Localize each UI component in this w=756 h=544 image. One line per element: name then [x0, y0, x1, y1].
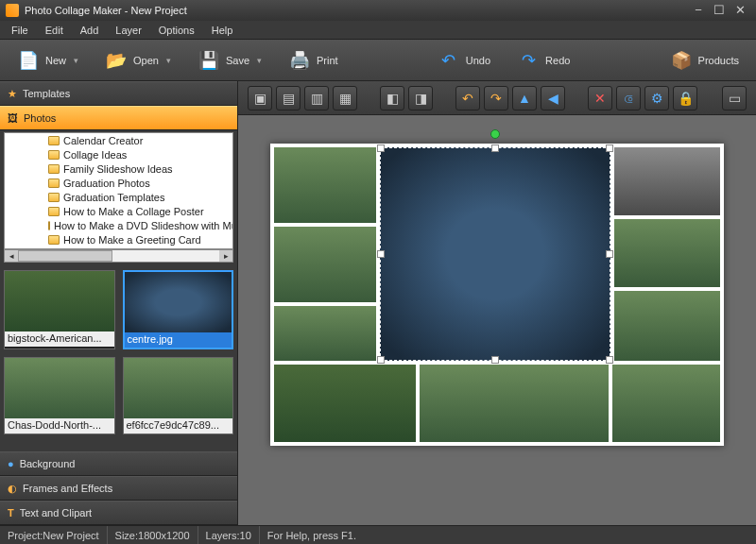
tree-label: Family Slideshow Ideas: [63, 163, 173, 175]
tree-item[interactable]: Graduation Photos: [5, 176, 232, 190]
canvas-viewport[interactable]: [238, 115, 756, 525]
accordion-frames[interactable]: ◐Frames and Effects: [0, 476, 237, 501]
collage-page[interactable]: [270, 144, 724, 446]
collage-tile[interactable]: [274, 147, 376, 223]
collage-tile[interactable]: [614, 291, 720, 361]
thumbnail[interactable]: Chas-Dodd-North-...: [4, 357, 115, 434]
chevron-down-icon: ▾: [166, 56, 171, 65]
printer-icon: 🖨️: [288, 49, 311, 72]
lock-button[interactable]: 🔒: [673, 86, 697, 110]
collage-tile[interactable]: [614, 147, 720, 215]
thumbnail[interactable]: centre.jpg: [123, 270, 234, 349]
flip-vertical-button[interactable]: ◀: [541, 86, 565, 110]
menu-options[interactable]: Options: [151, 23, 202, 38]
thumbnail-image: [5, 271, 114, 332]
tree-item[interactable]: How to Make a DVD Slideshow with Music: [5, 218, 232, 232]
collage-tile[interactable]: [274, 227, 376, 302]
folder-tree[interactable]: Calendar CreatorCollage IdeasFamily Slid…: [4, 132, 233, 249]
collage-tile[interactable]: [612, 365, 720, 442]
statusbar: Project:New Project Size:1800x1200 Layer…: [0, 525, 756, 544]
close-button[interactable]: ✕: [730, 0, 750, 21]
scroll-right-button[interactable]: ▸: [219, 250, 232, 262]
status-project: Project:New Project: [0, 526, 108, 544]
new-label: New: [45, 55, 66, 66]
undo-button[interactable]: ↶Undo: [428, 45, 500, 76]
align-left-button[interactable]: ◧: [380, 86, 404, 110]
tree-label: Graduation Photos: [63, 178, 150, 189]
open-button[interactable]: 📂Open▾: [95, 45, 180, 76]
folder-open-icon: 📂: [105, 49, 128, 72]
tree-item[interactable]: Graduation Templates: [5, 190, 232, 204]
rotate-handle[interactable]: [490, 129, 500, 139]
maximize-button[interactable]: ☐: [709, 0, 730, 21]
thumbnail-image: [125, 272, 232, 332]
thumbnail-caption: Chas-Dodd-North-...: [5, 418, 114, 434]
flip-horizontal-button[interactable]: ▲: [512, 86, 537, 110]
horizontal-scrollbar[interactable]: ◂ ▸: [4, 249, 233, 263]
bring-forward-button[interactable]: ▤: [276, 86, 301, 110]
accordion-background[interactable]: ●Background: [0, 451, 237, 476]
crop-button[interactable]: ⟃: [616, 86, 641, 110]
tree-item[interactable]: Calendar Creator: [5, 133, 232, 147]
products-button[interactable]: 📦Products: [661, 45, 748, 76]
accordion-templates[interactable]: ★Templates: [0, 81, 237, 106]
accordion-label: Photos: [24, 112, 56, 124]
photo-icon: 🖼: [8, 112, 18, 124]
collage-tile[interactable]: [420, 365, 609, 442]
bring-front-button[interactable]: ▣: [248, 86, 272, 110]
align-right-button[interactable]: ◨: [408, 86, 433, 110]
undo-label: Undo: [466, 55, 490, 66]
scroll-thumb[interactable]: [18, 250, 112, 262]
rotate-left-button[interactable]: ↶: [455, 86, 480, 110]
accordion-text[interactable]: TText and Clipart: [0, 501, 237, 525]
accordion-label: Background: [20, 458, 76, 469]
accordion-label: Frames and Effects: [23, 483, 112, 494]
send-back-button[interactable]: ▦: [333, 86, 357, 110]
window-title: Photo Collage Maker - New Project: [25, 5, 688, 16]
send-backward-button[interactable]: ▥: [304, 86, 329, 110]
collage-tile[interactable]: [380, 147, 610, 361]
collage-tile[interactable]: [274, 306, 376, 361]
tree-item[interactable]: How to Make a Greeting Card: [5, 232, 232, 246]
tree-label: Calendar Creator: [63, 135, 143, 146]
titlebar: Photo Collage Maker - New Project − ☐ ✕: [0, 0, 756, 21]
new-button[interactable]: 📄New▾: [8, 45, 88, 76]
tree-label: Graduation Templates: [63, 192, 164, 203]
undo-icon: ↶: [438, 49, 460, 72]
menu-help[interactable]: Help: [204, 23, 241, 38]
status-layers: Layers:10: [198, 526, 260, 544]
thumbnail-grid: bigstock-American...centre.jpgChas-Dodd-…: [0, 266, 237, 451]
text-icon: T: [8, 507, 14, 518]
redo-button[interactable]: ↷Redo: [507, 45, 579, 76]
minimize-button[interactable]: −: [688, 0, 709, 21]
thumbnail[interactable]: bigstock-American...: [4, 270, 115, 349]
menu-layer[interactable]: Layer: [108, 23, 149, 38]
tree-item[interactable]: Collage Ideas: [5, 147, 232, 162]
star-icon: ★: [8, 88, 17, 100]
menu-add[interactable]: Add: [73, 23, 107, 38]
tree-item[interactable]: How to Make a Collage Poster: [5, 204, 232, 218]
accordion-photos[interactable]: 🖼Photos: [0, 106, 237, 130]
collage-tile[interactable]: [614, 219, 720, 287]
save-button[interactable]: 💾Save▾: [188, 45, 271, 76]
delete-button[interactable]: ✕: [588, 86, 612, 110]
tree-label: How to Make a Greeting Card: [63, 234, 201, 246]
scroll-left-button[interactable]: ◂: [5, 250, 18, 262]
folder-icon: [48, 150, 60, 160]
scroll-track[interactable]: [18, 250, 219, 262]
print-label: Print: [317, 55, 338, 66]
rotate-right-button[interactable]: ↷: [484, 86, 508, 110]
print-button[interactable]: 🖨️Print: [279, 45, 348, 76]
collage-tile[interactable]: [274, 365, 416, 442]
box-icon: 📦: [670, 49, 693, 72]
menu-edit[interactable]: Edit: [38, 23, 71, 38]
thumbnail[interactable]: ef6fcc7e9dc47c89...: [123, 357, 234, 434]
thumbnail-caption: bigstock-American...: [5, 332, 114, 347]
settings-button[interactable]: ⚙: [644, 86, 669, 110]
menu-file[interactable]: File: [4, 23, 36, 38]
folder-icon: [48, 221, 50, 230]
tree-item[interactable]: Family Slideshow Ideas: [5, 162, 232, 176]
accordion-label: Templates: [23, 88, 70, 99]
folder-icon: [48, 178, 60, 188]
page-button[interactable]: ▭: [722, 86, 747, 110]
